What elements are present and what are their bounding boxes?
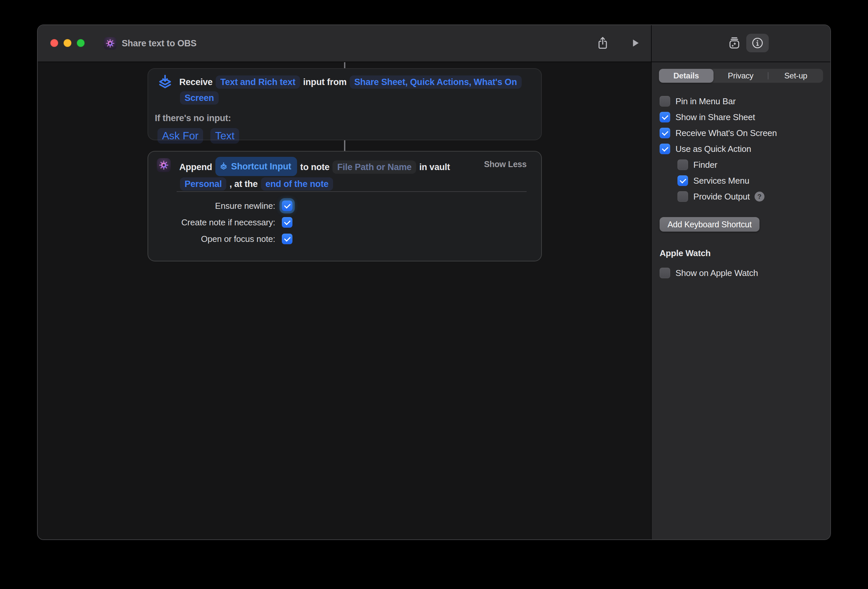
shortcut-input-variable-token[interactable]: Shortcut Input [216,157,297,176]
append-position-token[interactable]: end of the note [261,178,333,191]
inspector-sidebar: Details Privacy Set-up Pin in Menu Bar S… [651,25,830,539]
share-export-icon [596,36,609,50]
use-as-quick-action-checkbox[interactable] [660,144,670,154]
action-library-icon [727,36,742,50]
option-label: Pin in Menu Bar [676,96,736,107]
open-focus-note-checkbox[interactable] [282,234,292,244]
option-finder: Finder [660,157,822,173]
add-keyboard-shortcut-button[interactable]: Add Keyboard Shortcut [660,217,760,232]
tab-privacy[interactable]: Privacy [713,69,768,83]
input-types-token[interactable]: Text and Rich text [216,75,300,89]
no-input-behavior-token[interactable]: Ask For [158,128,203,144]
tab-setup[interactable]: Set-up [768,69,823,83]
param-label: Ensure newline: [176,201,275,211]
action-text: to note [300,162,330,172]
option-label: Receive What's On Screen [676,128,777,138]
option-label: Provide Output [693,192,750,202]
param-row-ensure-newline: Ensure newline: [148,201,541,211]
no-input-label: If there's no input: [155,113,541,123]
help-icon[interactable]: ? [754,192,765,201]
toggle-inspector-button[interactable] [746,34,769,52]
connector-line [344,62,345,68]
note-path-token[interactable]: File Path or Name [332,160,416,174]
window-title: Share text to OBS [122,38,196,49]
option-pin-in-menu-bar: Pin in Menu Bar [660,93,822,109]
param-label: Create note if necessary: [176,218,275,228]
action-text: input from [303,77,346,87]
option-show-in-share-sheet: Show in Share Sheet [660,109,822,125]
sidebar-toolbar [652,25,830,62]
variable-token-label: Shortcut Input [231,158,291,175]
option-label: Services Menu [693,176,749,186]
workflow-canvas: Receive Text and Rich text input from Sh… [38,62,651,539]
action-card-receive-input[interactable]: Receive Text and Rich text input from Sh… [148,68,542,140]
desktop: Share text to OBS [0,0,868,589]
card-divider [177,191,527,192]
param-row-create-note: Create note if necessary: [148,217,541,228]
ask-type-token[interactable]: Text [210,128,239,144]
shortcut-app-icon [104,37,117,50]
finder-checkbox[interactable] [678,160,688,170]
action-text: in vault [419,162,450,172]
option-use-as-quick-action: Use as Quick Action [660,141,822,157]
obsidian-action-icon [157,158,171,172]
option-label: Show in Share Sheet [676,112,755,123]
action-library-button[interactable] [725,34,744,52]
zoom-button[interactable] [77,39,85,47]
pin-in-menu-bar-checkbox[interactable] [660,96,670,107]
ensure-newline-checkbox[interactable] [282,201,292,211]
gear-icon [106,39,115,48]
option-label: Use as Quick Action [676,144,751,154]
create-note-checkbox[interactable] [282,217,292,228]
option-show-on-apple-watch: Show on Apple Watch [660,265,822,281]
details-options: Pin in Menu Bar Show in Share Sheet Rece… [652,93,830,204]
action-card-append-note[interactable]: Show Less Append Shortcut Input to note … [148,151,542,261]
services-menu-checkbox[interactable] [678,175,688,186]
info-circle-icon [751,36,764,50]
play-icon [629,37,641,49]
titlebar: Share text to OBS [38,25,651,62]
receive-input-stack-icon [219,162,228,171]
shortcuts-editor-window: Share text to OBS [37,25,831,540]
option-services-menu: Services Menu [660,173,822,189]
show-on-apple-watch-checkbox[interactable] [660,268,670,278]
action-verb: Append [179,162,212,172]
gear-icon [159,160,169,170]
action-sentence: Append Shortcut Input to note File Path … [179,157,468,192]
action-parameters: Ensure newline: Create note if necessary… [148,201,541,250]
option-label: Finder [693,160,717,170]
param-row-open-note: Open or focus note: [148,234,541,244]
minimize-button[interactable] [63,39,71,47]
param-label: Open or focus note: [176,234,275,244]
option-label: Show on Apple Watch [676,268,758,278]
inspector-tabs: Details Privacy Set-up [658,68,824,83]
option-receive-whats-on-screen: Receive What's On Screen [660,125,822,141]
option-provide-output: Provide Output ? [660,189,822,204]
show-in-share-sheet-checkbox[interactable] [660,112,670,123]
vault-token[interactable]: Personal [180,178,226,191]
apple-watch-heading: Apple Watch [660,248,830,258]
run-shortcut-button[interactable] [627,35,643,51]
share-button[interactable] [595,35,611,51]
receive-input-stack-icon [157,74,173,91]
tab-details[interactable]: Details [659,69,713,83]
action-verb: Receive [179,77,213,87]
action-text: , at the [230,179,258,189]
show-less-button[interactable]: Show Less [484,160,527,169]
receive-whats-on-screen-checkbox[interactable] [660,128,670,138]
traffic-lights [50,39,85,47]
provide-output-checkbox[interactable] [678,191,688,202]
action-sentence: Receive Text and Rich text input from Sh… [179,74,532,106]
close-button[interactable] [50,39,58,47]
apple-watch-options: Show on Apple Watch [652,265,830,281]
